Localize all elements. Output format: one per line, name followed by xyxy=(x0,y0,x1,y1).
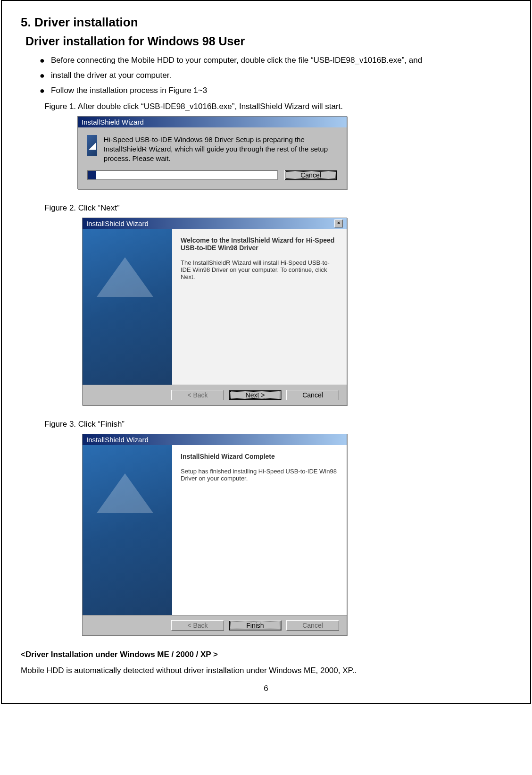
section-title: 5. Driver installation xyxy=(21,15,511,30)
back-button[interactable]: < Back xyxy=(171,390,224,400)
finish-button[interactable]: Finish xyxy=(229,620,282,631)
next-button[interactable]: Next > xyxy=(229,390,282,400)
sub-body: Mobile HDD is automatically detected wit… xyxy=(21,666,511,675)
window-title: InstallShield Wizard xyxy=(86,436,149,444)
cancel-button[interactable]: Cancel xyxy=(284,170,337,180)
page-number: 6 xyxy=(21,684,511,693)
figure2-caption: Figure 2. Click “Next” xyxy=(44,203,511,213)
figure1-caption: Figure 1. After double click “USB-IDE98_… xyxy=(44,102,511,111)
installer-icon: ◢ xyxy=(87,135,97,156)
progress-bar xyxy=(87,170,278,180)
sub-heading: <Driver Installation under Windows ME / … xyxy=(21,650,511,659)
installshield-window-2: InstallShield Wizard × Welcome to the In… xyxy=(82,218,347,405)
cancel-button[interactable]: Cancel xyxy=(286,620,339,631)
installshield-window-3: InstallShield Wizard InstallShield Wizar… xyxy=(82,434,347,636)
window-body-text: Hi-Speed USB-to-IDE Windows 98 Driver Se… xyxy=(104,135,337,163)
bullet-text: install the driver at your computer. xyxy=(51,71,171,80)
figure3-caption: Figure 3. Click “Finish” xyxy=(44,420,511,429)
installshield-window-1: InstallShield Wizard ◢ Hi-Speed USB-to-I… xyxy=(77,116,347,189)
wizard-body: The InstallShieldR Wizard will install H… xyxy=(181,259,338,280)
wizard-body: Setup has finished installing Hi-Speed U… xyxy=(181,468,338,482)
wizard-side-graphic xyxy=(83,445,172,615)
bullet-list: ●Before connecting the Mobile HDD to you… xyxy=(40,56,511,95)
back-button[interactable]: < Back xyxy=(171,620,224,631)
window-title: InstallShield Wizard xyxy=(82,118,144,126)
bullet-text: Before connecting the Mobile HDD to your… xyxy=(51,56,422,65)
wizard-heading: Welcome to the InstallShield Wizard for … xyxy=(181,236,338,252)
bullet-text: Follow the installation process in Figur… xyxy=(51,86,207,95)
wizard-heading: InstallShield Wizard Complete xyxy=(181,453,338,460)
window-title: InstallShield Wizard xyxy=(86,219,149,227)
cancel-button[interactable]: Cancel xyxy=(286,390,339,400)
bullet-icon: ● xyxy=(40,71,51,80)
close-icon[interactable]: × xyxy=(334,219,343,227)
subtitle: Driver installation for Windows 98 User xyxy=(25,34,511,48)
bullet-icon: ● xyxy=(40,86,51,95)
bullet-icon: ● xyxy=(40,56,51,65)
wizard-side-graphic xyxy=(83,229,172,385)
